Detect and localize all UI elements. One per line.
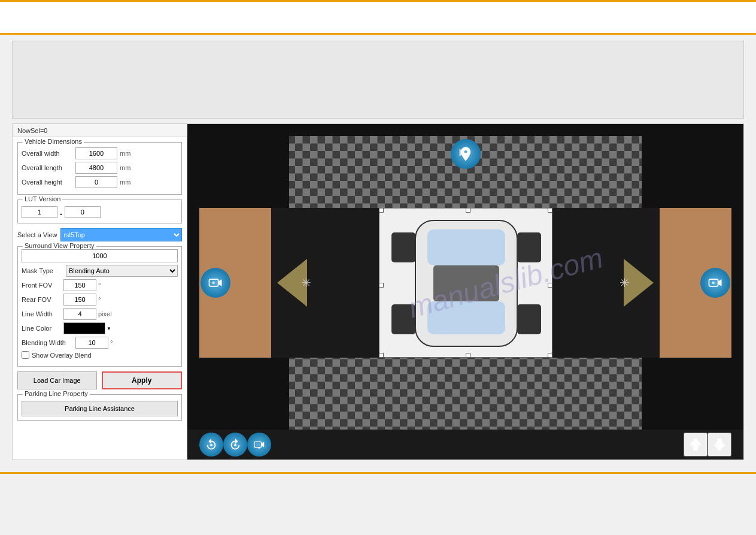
- rear-fov-unit: °: [98, 296, 101, 303]
- svg-point-13: [712, 282, 715, 285]
- line-color-label: Line Color: [22, 325, 63, 332]
- svg-rect-16: [254, 442, 262, 447]
- content-area: NowSel=0 2 Vehicle Dimensions Overall wi…: [0, 35, 756, 466]
- overall-length-input[interactable]: [75, 162, 117, 174]
- front-fov-row: Front FOV °: [22, 279, 178, 291]
- parking-line-label: Parking Line Property: [23, 390, 90, 397]
- line-color-swatch[interactable]: [63, 322, 105, 334]
- mask-type-row: Mask Type Blending Auto Blending Manual …: [22, 265, 178, 277]
- front-fov-input[interactable]: [63, 279, 96, 291]
- svg-rect-6: [391, 304, 415, 334]
- bottom-gold-bar: [0, 472, 756, 474]
- left-panel: Vehicle Dimensions Overall width mm Over…: [13, 124, 187, 460]
- left-camera-icon-svg: [207, 274, 224, 291]
- svg-rect-4: [391, 232, 415, 262]
- front-fov-unit: °: [98, 282, 101, 289]
- handle-mid-right[interactable]: [548, 283, 552, 288]
- show-overlay-label: Show Overlay Blend: [32, 352, 92, 359]
- overall-width-row: Overall width mm: [22, 147, 178, 159]
- right-cam-circle[interactable]: [700, 268, 730, 298]
- top-camera-icon[interactable]: [451, 139, 481, 169]
- vehicle-dimensions-label: Vehicle Dimensions: [23, 138, 84, 145]
- preview-box: [12, 41, 744, 119]
- rotate-left-button[interactable]: [199, 433, 223, 457]
- left-camera-icon[interactable]: [201, 268, 230, 298]
- main-panel: NowSel=0 2 Vehicle Dimensions Overall wi…: [12, 123, 744, 460]
- overall-height-row: Overall height mm: [22, 176, 178, 188]
- line-width-row: Line Width pixel: [22, 308, 178, 320]
- overall-length-unit: mm: [120, 164, 130, 171]
- surround-view-group: Surround View Property Mask Type Blendin…: [17, 246, 182, 367]
- line-width-label: Line Width: [22, 310, 63, 318]
- top-cam-circle[interactable]: [451, 139, 481, 169]
- mask-type-label: Mask Type: [22, 267, 63, 274]
- blending-width-label: Blending Width: [22, 339, 75, 346]
- line-color-row: Line Color ▼: [22, 322, 178, 334]
- select-view-dropdown[interactable]: rsl5Top rsl5Front rsl5Rear rsl5Left rsl5…: [60, 228, 182, 241]
- rotate-right-icon: [229, 438, 242, 451]
- lut-row: .: [22, 202, 178, 219]
- blending-width-unit: °: [110, 339, 113, 346]
- surround-view-area: manualslib.com: [199, 136, 731, 430]
- overall-height-input[interactable]: [75, 176, 117, 188]
- bottom-checker: [265, 352, 666, 430]
- car-image-center: [379, 208, 552, 358]
- svg-point-15: [234, 444, 236, 446]
- lut-separator: .: [60, 207, 62, 217]
- lut-major-input[interactable]: [22, 206, 57, 218]
- overall-width-input[interactable]: [75, 147, 117, 159]
- handle-mid-left[interactable]: [379, 283, 384, 288]
- car-svg: [379, 208, 552, 358]
- rotate-right-button[interactable]: [223, 433, 247, 457]
- move-down-button[interactable]: [708, 433, 731, 457]
- rotate-left-icon: [205, 438, 218, 451]
- svg-rect-3: [433, 265, 499, 301]
- svg-point-14: [210, 444, 212, 446]
- camera-icon-svg: [457, 146, 474, 162]
- handle-top-left[interactable]: [379, 208, 384, 213]
- overall-width-unit: mm: [120, 150, 130, 157]
- left-cam-circle[interactable]: [201, 268, 230, 298]
- move-up-button[interactable]: [684, 433, 708, 457]
- show-overlay-checkbox[interactable]: [22, 351, 29, 359]
- rear-fov-row: Rear FOV °: [22, 294, 178, 306]
- surround-value-input[interactable]: [22, 249, 178, 262]
- svg-point-11: [212, 282, 215, 285]
- rear-fov-label: Rear FOV: [22, 296, 63, 303]
- right-camera-icon-svg: [707, 274, 724, 291]
- select-view-label: Select a View: [17, 231, 57, 238]
- overall-width-label: Overall width: [22, 150, 75, 157]
- color-arrow-icon[interactable]: ▼: [107, 326, 111, 331]
- overall-height-unit: mm: [120, 179, 130, 186]
- handle-bottom-right[interactable]: [548, 353, 552, 358]
- svg-rect-2: [427, 301, 505, 334]
- blending-width-input[interactable]: [75, 337, 108, 349]
- handle-top-center[interactable]: [466, 208, 470, 213]
- line-width-input[interactable]: [63, 308, 96, 320]
- surround-view-label: Surround View Property: [23, 242, 96, 249]
- lut-version-group: LUT Version .: [17, 200, 182, 223]
- load-car-image-button[interactable]: Load Car Image: [17, 371, 97, 389]
- left-asterisk: ✳: [301, 276, 311, 290]
- handle-bottom-left[interactable]: [379, 353, 384, 358]
- parking-line-assistance-button[interactable]: Parking Line Assistance: [22, 401, 178, 416]
- reset-camera-button[interactable]: [247, 433, 271, 457]
- svg-rect-5: [517, 232, 541, 262]
- move-down-icon: [711, 436, 728, 454]
- handle-bottom-center[interactable]: [466, 353, 470, 358]
- right-camera-icon[interactable]: [700, 268, 730, 298]
- overall-length-label: Overall length: [22, 164, 75, 171]
- svg-rect-7: [517, 304, 541, 334]
- rear-fov-input[interactable]: [63, 294, 96, 306]
- lut-minor-input[interactable]: [65, 206, 101, 218]
- right-asterisk: ✳: [620, 276, 630, 290]
- handle-top-right[interactable]: [548, 208, 552, 213]
- overall-length-row: Overall length mm: [22, 162, 178, 174]
- lut-version-label: LUT Version: [23, 195, 62, 202]
- apply-button[interactable]: Apply: [102, 371, 183, 389]
- line-width-unit: pixel: [98, 310, 112, 318]
- mask-type-select[interactable]: Blending Auto Blending Manual None: [66, 265, 178, 277]
- overall-height-label: Overall height: [22, 179, 75, 186]
- front-fov-label: Front FOV: [22, 282, 63, 289]
- move-up-icon: [687, 436, 705, 454]
